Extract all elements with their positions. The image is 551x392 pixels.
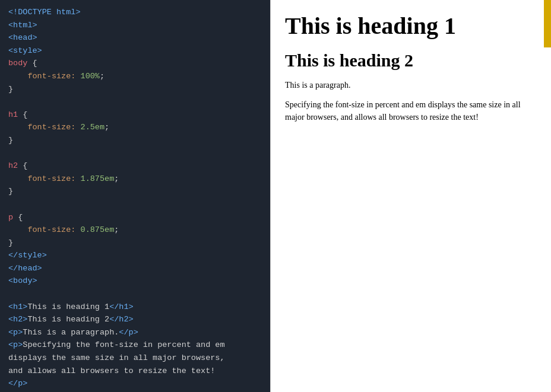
code-line: font-size: 1.875em;: [8, 173, 262, 186]
code-line: <p>Specifying the font-size in percent a…: [8, 339, 262, 352]
code-token: <!DOCTYPE html>: [8, 8, 81, 17]
code-token: <head>: [8, 33, 37, 42]
code-token: }: [8, 238, 13, 247]
code-line: font-size: 2.5em;: [8, 121, 262, 134]
code-token: 100%: [81, 72, 100, 81]
code-token: }: [8, 187, 13, 196]
code-token: }: [8, 136, 13, 145]
code-token: </h1>: [109, 302, 134, 311]
code-token: </p>: [119, 328, 138, 337]
code-token: <html>: [8, 21, 37, 30]
code-token: font-size:: [8, 174, 81, 183]
code-token: Specifying the font-size in percent and …: [23, 340, 224, 349]
code-line: </style>: [8, 249, 262, 262]
code-token: 1.875em: [81, 174, 115, 183]
code-token: and allows all browsers to resize the te…: [8, 366, 215, 375]
empty-line: [8, 147, 262, 160]
code-token: {: [33, 59, 37, 68]
code-token: <p>: [8, 340, 23, 349]
code-line: <!DOCTYPE html>: [8, 6, 262, 19]
empty-line: [8, 95, 262, 109]
code-token: <body>: [8, 276, 37, 285]
code-token: font-size:: [8, 123, 81, 132]
code-line: <body>: [8, 275, 262, 288]
code-token: font-size:: [8, 225, 81, 234]
code-line: <head>: [8, 31, 262, 44]
code-token: </style>: [8, 251, 47, 260]
preview-h2: This is heading 2: [285, 50, 537, 71]
code-token: h1: [8, 110, 23, 119]
preview-panel: This is heading 1 This is heading 2 This…: [270, 0, 551, 392]
code-line: font-size: 100%;: [8, 70, 262, 83]
code-token: {: [18, 213, 23, 222]
code-line: font-size: 0.875em;: [8, 224, 262, 237]
code-token: displays the same size in all major brow…: [8, 353, 225, 362]
code-token: {: [23, 161, 27, 170]
code-token: This is heading 2: [27, 315, 109, 324]
empty-line: [8, 198, 262, 211]
code-token: </p>: [8, 379, 27, 388]
code-token: ;: [114, 225, 119, 234]
code-token: </head>: [8, 264, 42, 273]
code-token: This is a paragraph.: [23, 328, 119, 337]
scrollbar[interactable]: [544, 0, 551, 47]
code-token: p: [8, 213, 18, 222]
code-token: <h1>: [8, 302, 27, 311]
code-line: <p>This is a paragraph.</p>: [8, 326, 262, 339]
code-token: ;: [100, 72, 104, 81]
code-line: <html>: [8, 19, 262, 32]
preview-p2: Specifying the font-size in percent and …: [285, 98, 537, 123]
code-token: <p>: [8, 328, 23, 337]
code-token: }: [8, 85, 13, 94]
code-token: 0.875em: [81, 225, 115, 234]
code-token: <h2>: [8, 315, 27, 324]
code-token: body: [8, 59, 33, 68]
code-token: ;: [114, 174, 119, 183]
code-token: </h2>: [109, 315, 134, 324]
code-token: {: [23, 110, 27, 119]
code-token: 2.5em: [81, 123, 105, 132]
code-token: This is heading 1: [27, 302, 109, 311]
empty-line: [8, 288, 262, 301]
code-line: h1 {: [8, 109, 262, 122]
code-line: </p>: [8, 377, 262, 390]
code-token: font-size:: [8, 72, 81, 81]
code-line: }: [8, 185, 262, 198]
code-line: and allows all browsers to resize the te…: [8, 365, 262, 378]
code-line: h2 {: [8, 160, 262, 173]
code-line: displays the same size in all major brow…: [8, 352, 262, 365]
code-line: <style>: [8, 44, 262, 58]
code-line: body {: [8, 57, 262, 70]
preview-p1: This is a paragraph.: [285, 79, 537, 91]
code-line: <h1>This is heading 1</h1>: [8, 301, 262, 314]
preview-h1: This is heading 1: [285, 12, 537, 40]
code-line: <h2>This is heading 2</h2>: [8, 313, 262, 326]
code-editor[interactable]: <!DOCTYPE html><html><head><style>body {…: [0, 0, 270, 392]
code-line: }: [8, 134, 262, 147]
code-line: }: [8, 83, 262, 96]
code-token: h2: [8, 161, 23, 170]
code-line: </head>: [8, 262, 262, 275]
code-token: <style>: [8, 46, 42, 55]
code-line: }: [8, 237, 262, 250]
code-line: p {: [8, 211, 262, 224]
code-token: ;: [104, 123, 109, 132]
